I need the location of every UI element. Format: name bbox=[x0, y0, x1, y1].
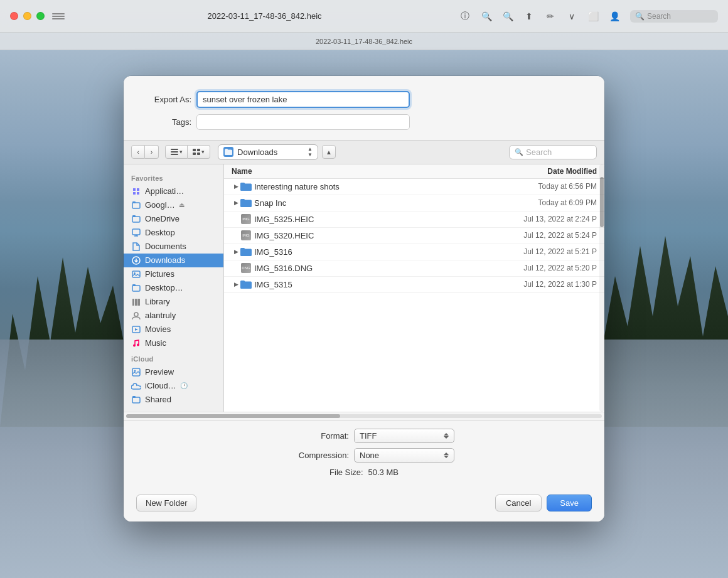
expand-arrow: ▶ bbox=[232, 198, 240, 207]
sidebar-item-google-drive[interactable]: Googl… ⏏ bbox=[124, 198, 223, 212]
file-size-row: File Size: 50.3 MB bbox=[136, 468, 592, 477]
format-select[interactable]: TIFF bbox=[354, 429, 454, 443]
icloud-label-item: iCloud… bbox=[145, 381, 176, 390]
file-date-text: Today at 6:09 PM bbox=[471, 198, 597, 207]
new-folder-button[interactable]: New Folder bbox=[136, 495, 196, 511]
file-name-text: Snap Inc bbox=[254, 198, 471, 208]
location-arrows-icon: ▲ ▼ bbox=[308, 147, 313, 158]
expand-arrow bbox=[232, 231, 240, 240]
export-row: Export As: bbox=[141, 91, 587, 108]
desktop-label: Desktop bbox=[145, 228, 175, 237]
file-row[interactable]: ▶ Snap Inc Today at 6:09 PM bbox=[224, 195, 604, 211]
svg-rect-5 bbox=[193, 153, 196, 155]
file-row[interactable]: ▶ Interesting nature shots Today at 6:56… bbox=[224, 179, 604, 195]
applications-label: Applicati… bbox=[145, 186, 184, 196]
sidebar-item-shared[interactable]: Shared bbox=[124, 393, 223, 407]
desktop-icon bbox=[131, 228, 141, 238]
heic-file-icon: IMG bbox=[240, 213, 252, 225]
horizontal-scrollbar[interactable] bbox=[124, 412, 604, 420]
sidebar-item-onedrive[interactable]: OneDrive bbox=[124, 212, 223, 226]
svg-rect-4 bbox=[197, 149, 200, 151]
save-button[interactable]: Save bbox=[547, 495, 592, 511]
movies-label: Movies bbox=[145, 324, 171, 334]
svg-point-26 bbox=[137, 343, 139, 346]
desktop2-label: Desktop… bbox=[145, 283, 183, 292]
compression-select[interactable]: None bbox=[354, 448, 454, 463]
file-row[interactable]: ▶ IMG_5315 Jul 12, 2022 at 1:30 P bbox=[224, 277, 604, 293]
scrollbar-thumb bbox=[600, 177, 604, 227]
col-date-header: Date Modified bbox=[471, 167, 597, 176]
file-row[interactable]: DNG IMG_5316.DNG Jul 12, 2022 at 5:20 P bbox=[224, 260, 604, 277]
dialog-top: Export As: Tags: bbox=[124, 76, 604, 140]
view-buttons: ▾ ▾ bbox=[165, 145, 210, 159]
eject-icon: ⏏ bbox=[179, 201, 185, 208]
expand-arrow: ▶ bbox=[232, 280, 240, 289]
file-name-text: IMG_5316.DNG bbox=[254, 264, 471, 273]
expand-button[interactable]: ▲ bbox=[322, 145, 336, 159]
file-row[interactable]: ▶ IMG_5316 Jul 12, 2022 at 5:21 P bbox=[224, 244, 604, 260]
svg-rect-9 bbox=[132, 217, 140, 222]
alantruly-icon bbox=[131, 311, 141, 321]
expand-arrow: ▶ bbox=[232, 247, 240, 256]
compression-arrows-icon bbox=[444, 452, 449, 458]
svg-rect-17 bbox=[132, 286, 140, 291]
file-search-box[interactable]: 🔍 Search bbox=[509, 145, 597, 159]
svg-point-28 bbox=[134, 370, 136, 372]
svg-rect-8 bbox=[132, 201, 136, 203]
expand-arrow bbox=[232, 215, 240, 223]
scrollbar[interactable] bbox=[599, 164, 604, 412]
forward-button[interactable]: › bbox=[145, 145, 159, 159]
cancel-button[interactable]: Cancel bbox=[495, 495, 542, 511]
svg-rect-29 bbox=[132, 397, 140, 403]
file-list: Name Date Modified ▶ Interesting nature … bbox=[224, 164, 604, 412]
expand-arrow: ▶ bbox=[232, 182, 240, 191]
shared-label: Shared bbox=[145, 395, 171, 404]
format-row: Format: TIFF bbox=[136, 429, 592, 443]
folder-icon bbox=[240, 246, 252, 257]
preview-label: Preview bbox=[145, 367, 174, 377]
sidebar-item-movies[interactable]: Movies bbox=[124, 323, 223, 336]
sidebar-item-desktop2[interactable]: Desktop… bbox=[124, 281, 223, 295]
svg-rect-15 bbox=[132, 271, 140, 277]
file-row[interactable]: IMG IMG_5320.HEIC Jul 12, 2022 at 5:24 P bbox=[224, 228, 604, 244]
location-name: Downloads bbox=[237, 147, 304, 157]
compression-label: Compression: bbox=[274, 451, 349, 460]
tags-input[interactable] bbox=[196, 114, 410, 130]
sidebar-item-alantruly[interactable]: alantruly bbox=[124, 309, 223, 323]
file-name-text: IMG_5320.HEIC bbox=[254, 231, 471, 240]
sidebar-item-downloads[interactable]: Downloads bbox=[124, 254, 223, 267]
export-filename-input[interactable] bbox=[196, 91, 410, 108]
location-dropdown[interactable]: Downloads ▲ ▼ bbox=[218, 144, 318, 160]
music-label: Music bbox=[145, 338, 166, 348]
icloud-label: iCloud bbox=[124, 350, 223, 365]
icloud-clock-icon: 🕐 bbox=[180, 382, 188, 389]
sidebar-item-library[interactable]: Library bbox=[124, 295, 223, 309]
sidebar-item-pictures[interactable]: Pictures bbox=[124, 267, 223, 281]
sidebar-item-documents[interactable]: Documents bbox=[124, 240, 223, 254]
applications-icon bbox=[131, 186, 141, 196]
sidebar-item-icloud[interactable]: iCloud… 🕐 bbox=[124, 379, 223, 393]
sidebar-item-preview[interactable]: Preview bbox=[124, 365, 223, 379]
file-row[interactable]: IMG IMG_5325.HEIC Jul 13, 2022 at 2:24 P bbox=[224, 211, 604, 228]
documents-label: Documents bbox=[145, 242, 186, 251]
sidebar-item-desktop[interactable]: Desktop bbox=[124, 226, 223, 240]
export-as-label: Export As: bbox=[141, 95, 191, 104]
list-view-button[interactable]: ▾ bbox=[165, 145, 188, 159]
sidebar-item-applications[interactable]: Applicati… bbox=[124, 185, 223, 198]
grid-view-button[interactable]: ▾ bbox=[188, 145, 210, 159]
h-scroll-track bbox=[126, 414, 602, 418]
svg-rect-10 bbox=[132, 215, 136, 217]
file-size-label: File Size: bbox=[329, 468, 363, 477]
downloads-folder-icon bbox=[223, 147, 233, 157]
svg-rect-7 bbox=[132, 203, 140, 208]
back-button[interactable]: ‹ bbox=[131, 145, 145, 159]
svg-rect-0 bbox=[171, 149, 178, 150]
compression-row: Compression: None bbox=[136, 448, 592, 463]
tags-label: Tags: bbox=[141, 117, 191, 127]
file-date-text: Jul 12, 2022 at 5:24 P bbox=[471, 231, 597, 240]
google-drive-label: Googl… bbox=[145, 200, 175, 210]
svg-rect-18 bbox=[132, 284, 136, 286]
sidebar-item-music[interactable]: Music bbox=[124, 336, 223, 350]
file-search-icon: 🔍 bbox=[515, 148, 523, 156]
compression-value: None bbox=[360, 451, 441, 460]
